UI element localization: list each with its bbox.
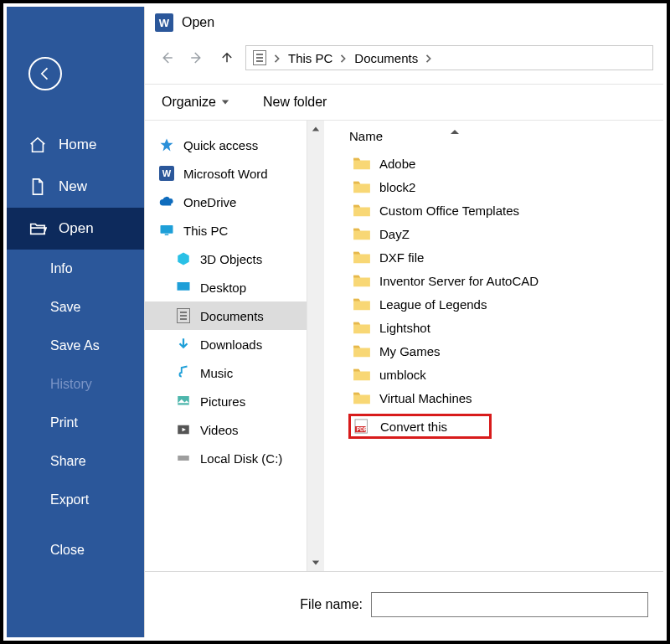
dialog-title: Open <box>182 15 214 30</box>
folder-icon <box>353 390 371 405</box>
nav-local-disk[interactable]: Local Disk (C:) <box>145 444 307 472</box>
nav-onedrive[interactable]: OneDrive <box>145 188 307 216</box>
music-note-icon <box>175 365 192 380</box>
list-item[interactable]: Adobe <box>349 152 657 175</box>
open-dialog: W Open This PC Documents Organize New fo… <box>144 7 663 637</box>
documents-icon <box>175 308 192 323</box>
list-item[interactable]: Virtual Machines <box>349 386 657 410</box>
file-name: block2 <box>379 180 415 194</box>
back-button[interactable] <box>28 57 62 90</box>
new-folder-button[interactable]: New folder <box>263 95 327 110</box>
folder-icon <box>353 203 371 218</box>
dropdown-caret-icon <box>221 95 229 110</box>
dialog-titlebar: W Open <box>145 7 663 37</box>
monitor-icon <box>158 223 175 238</box>
list-item[interactable]: Lightshot <box>349 316 657 339</box>
svg-rect-5 <box>178 456 189 461</box>
nav-downloads[interactable]: Downloads <box>145 330 307 358</box>
nav-this-pc[interactable]: This PC <box>145 216 307 245</box>
sidebar-label: Print <box>50 415 78 430</box>
sidebar-label: Info <box>50 261 73 276</box>
navtree-scrollbar[interactable] <box>307 121 324 571</box>
home-icon <box>28 136 47 154</box>
organize-button[interactable]: Organize <box>162 95 229 110</box>
video-icon <box>175 422 192 437</box>
picture-icon <box>175 394 192 409</box>
scroll-up-icon[interactable] <box>307 121 324 137</box>
chevron-right-icon <box>339 51 348 65</box>
folder-icon <box>353 273 371 288</box>
filename-label: File name: <box>145 597 363 612</box>
cloud-icon <box>158 194 175 209</box>
file-name: My Games <box>379 344 441 358</box>
svg-rect-0 <box>161 225 173 234</box>
chevron-right-icon <box>425 51 433 65</box>
documents-icon <box>253 50 266 65</box>
chevron-right-icon <box>273 51 281 65</box>
cube-icon <box>175 251 192 266</box>
desktop-icon <box>175 280 192 295</box>
highlighted-file[interactable]: PDFConvert this <box>348 414 492 439</box>
folder-icon <box>353 367 371 382</box>
list-item[interactable]: DayZ <box>349 222 657 245</box>
list-item[interactable]: DXF file <box>349 245 657 269</box>
svg-rect-1 <box>165 234 169 236</box>
folder-icon <box>353 226 371 241</box>
sidebar-item-export[interactable]: Export <box>7 481 144 519</box>
list-item[interactable]: PDFConvert this <box>349 410 657 443</box>
nav-forward-button[interactable] <box>185 46 209 70</box>
nav-tree: Quick access W Microsoft Word OneDrive T… <box>145 121 307 571</box>
list-item[interactable]: Custom Office Templates <box>349 198 657 222</box>
disk-icon <box>175 451 192 466</box>
nav-desktop[interactable]: Desktop <box>145 273 307 301</box>
list-item[interactable]: block2 <box>349 175 657 198</box>
breadcrumb-documents[interactable]: Documents <box>354 51 418 65</box>
sidebar-item-open[interactable]: Open <box>7 208 144 250</box>
scroll-down-icon[interactable] <box>307 554 324 571</box>
file-list: Adobeblock2Custom Office TemplatesDayZDX… <box>324 152 663 571</box>
sidebar-item-new[interactable]: New <box>7 166 144 208</box>
sidebar-item-history: History <box>7 365 144 404</box>
nav-music[interactable]: Music <box>145 358 307 387</box>
nav-quick-access[interactable]: Quick access <box>145 131 307 159</box>
list-item[interactable]: umblock <box>349 363 657 386</box>
svg-rect-3 <box>178 396 189 405</box>
nav-3d-objects[interactable]: 3D Objects <box>145 245 307 273</box>
nav-documents[interactable]: Documents <box>145 301 307 330</box>
sidebar-item-print[interactable]: Print <box>7 404 144 442</box>
list-item[interactable]: Inventor Server for AutoCAD <box>349 269 657 292</box>
breadcrumb-bar[interactable]: This PC Documents <box>245 45 653 70</box>
file-name: umblock <box>379 368 426 382</box>
sidebar-item-close[interactable]: Close <box>7 531 144 569</box>
sidebar-label: Share <box>50 454 86 469</box>
file-name: Lightshot <box>379 321 430 335</box>
file-name: Virtual Machines <box>379 391 472 405</box>
filename-input[interactable] <box>371 592 648 617</box>
file-name: Adobe <box>379 157 415 171</box>
list-item[interactable]: My Games <box>349 339 657 363</box>
folder-icon <box>353 296 371 312</box>
star-icon <box>158 137 175 152</box>
nav-videos[interactable]: Videos <box>145 415 307 444</box>
download-arrow-icon <box>175 337 192 352</box>
sidebar-item-save[interactable]: Save <box>7 288 144 327</box>
column-name[interactable]: Name <box>349 129 383 143</box>
list-item[interactable]: League of Legends <box>349 292 657 316</box>
sidebar-item-home[interactable]: Home <box>7 124 144 166</box>
folder-icon <box>353 320 371 335</box>
svg-rect-2 <box>178 282 190 291</box>
nav-back-button[interactable] <box>155 46 178 70</box>
document-icon <box>28 178 47 196</box>
nav-microsoft-word[interactable]: W Microsoft Word <box>145 159 307 188</box>
sidebar-item-info[interactable]: Info <box>7 250 144 288</box>
sidebar-item-share[interactable]: Share <box>7 442 144 481</box>
nav-pictures[interactable]: Pictures <box>145 387 307 415</box>
sidebar-item-saveas[interactable]: Save As <box>7 327 144 365</box>
file-name: Custom Office Templates <box>379 204 519 218</box>
breadcrumb-thispc[interactable]: This PC <box>288 51 332 65</box>
sidebar-label: Save As <box>50 338 100 353</box>
svg-text:PDF: PDF <box>357 426 368 432</box>
pdf-icon: PDF <box>353 419 372 434</box>
dialog-toolbar: Organize New folder <box>145 85 663 121</box>
nav-up-button[interactable] <box>215 46 239 70</box>
